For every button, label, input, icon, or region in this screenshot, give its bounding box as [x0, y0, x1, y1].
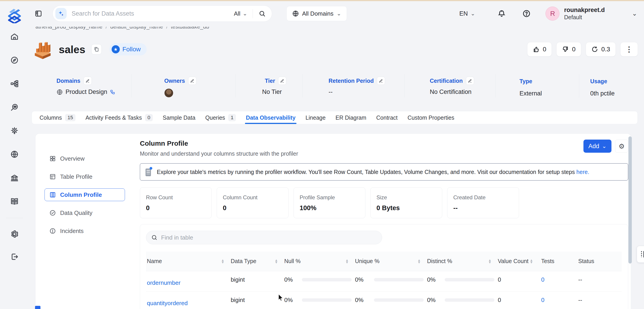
- side-panel-toggle[interactable]: [637, 246, 644, 263]
- nav-item-incidents[interactable]: Incidents: [44, 225, 125, 237]
- sort-icon[interactable]: ▲▼: [488, 259, 492, 263]
- nav-item-data-quality[interactable]: Data Quality: [44, 206, 125, 219]
- col-header-tests: Tests: [541, 258, 554, 264]
- upvote-button[interactable]: 0: [527, 42, 552, 57]
- nav-item-table-profile[interactable]: Table Profile: [44, 170, 125, 183]
- profiler-info-banner: Explore your table's metrics by running …: [140, 163, 628, 180]
- meta-type: Type External: [496, 74, 579, 98]
- more-options-kebab[interactable]: ⋮: [620, 42, 638, 57]
- global-search-bar[interactable]: All ⌄: [52, 6, 272, 22]
- column-link[interactable]: ordernumber: [147, 279, 180, 286]
- chevron-down-icon[interactable]: ⌄: [632, 11, 637, 17]
- user-menu[interactable]: rounakpreet.d Default: [564, 6, 605, 21]
- all-domains-label: All Domains: [302, 10, 334, 17]
- all-domains-filter[interactable]: All Domains ⌄: [286, 6, 347, 21]
- status-value: --: [578, 276, 582, 283]
- lineage-flow-icon[interactable]: [10, 79, 19, 88]
- edit-tier-icon[interactable]: [278, 77, 286, 85]
- edit-retention-icon[interactable]: [377, 77, 385, 85]
- column-link[interactable]: quantityordered: [147, 300, 188, 306]
- explore-compass-icon[interactable]: [10, 56, 19, 65]
- column-profile-main: Column Profile Monitor and understand yo…: [140, 134, 628, 309]
- notifications-bell-icon[interactable]: [497, 9, 506, 19]
- find-in-table-input[interactable]: [161, 234, 377, 241]
- entity-tabs: Columns15 Activity Feeds & Tasks0 Sample…: [32, 111, 638, 124]
- sort-icon[interactable]: ▲▼: [345, 259, 349, 263]
- nav-item-column-profile[interactable]: Column Profile: [44, 188, 125, 201]
- status-value: --: [578, 296, 582, 303]
- edit-owners-icon[interactable]: [188, 77, 196, 85]
- stat-card-created-date: Created Date --: [447, 187, 519, 218]
- certification-value: No Certification: [430, 89, 472, 96]
- sort-icon[interactable]: ▲▼: [274, 259, 278, 263]
- entity-header: sales ★ Follow 0 0 0.3 ⋮: [32, 38, 638, 61]
- downvote-button[interactable]: 0: [556, 42, 581, 57]
- left-rail: [0, 1, 29, 309]
- col-header-null: Null %: [284, 258, 300, 264]
- tests-link[interactable]: 0: [540, 276, 544, 283]
- sort-icon[interactable]: ▲▼: [221, 259, 224, 263]
- insights-bulb-icon[interactable]: [10, 126, 19, 135]
- find-in-table[interactable]: [146, 231, 382, 244]
- entity-metadata: Domains Product Design Owners Tier No Ti…: [36, 74, 644, 98]
- breadcrumb-service[interactable]: athena_prod_display_name: [36, 27, 102, 30]
- search-icon[interactable]: [258, 10, 266, 18]
- app-logo-icon[interactable]: [7, 7, 22, 23]
- sort-icon[interactable]: ▲▼: [530, 259, 533, 263]
- banner-here-link[interactable]: here.: [576, 169, 589, 175]
- domains-label: Domains: [56, 78, 80, 84]
- search-scope-dropdown[interactable]: All ⌄: [234, 10, 247, 17]
- avatar-initial: R: [550, 10, 555, 18]
- tab-data-observability[interactable]: Data Observability: [241, 111, 300, 124]
- home-icon[interactable]: [10, 32, 19, 41]
- govern-bank-icon[interactable]: [10, 173, 19, 182]
- version-button[interactable]: 0.3: [586, 42, 616, 57]
- sidebar-toggle-icon[interactable]: [34, 9, 43, 18]
- user-avatar[interactable]: R: [546, 7, 560, 21]
- add-button[interactable]: Add ⌄: [584, 140, 612, 153]
- subdomain-icon: [110, 90, 115, 95]
- edit-certification-icon[interactable]: [466, 77, 474, 85]
- edit-domains-icon[interactable]: [84, 77, 92, 85]
- tier-value: No Tier: [262, 89, 282, 96]
- nav-item-overview[interactable]: Overview: [44, 152, 125, 165]
- tab-columns[interactable]: Columns15: [34, 111, 80, 124]
- tab-custom-properties[interactable]: Custom Properties: [403, 111, 460, 124]
- section-subtitle: Monitor and understand your columns stru…: [140, 150, 298, 157]
- meta-domains: Domains Product Design: [36, 74, 131, 98]
- domains-globe-icon[interactable]: [10, 150, 19, 159]
- nav-label: Overview: [60, 155, 84, 162]
- type-label: Type: [520, 78, 532, 85]
- observability-panel: Overview Table Profile Column Profile Da…: [35, 133, 631, 309]
- tab-er-diagram[interactable]: ER Diagram: [330, 111, 371, 124]
- owner-avatar[interactable]: [164, 89, 173, 98]
- domains-value[interactable]: Product Design: [66, 89, 107, 96]
- sort-icon[interactable]: ▲▼: [417, 259, 421, 263]
- breadcrumb-schema[interactable]: testdatalake_db: [171, 27, 209, 30]
- distinct-pct: 0%: [427, 296, 436, 303]
- breadcrumb-database[interactable]: default_display_name: [110, 27, 163, 30]
- stat-card-profile-sample: Profile Sample 100%: [294, 187, 366, 218]
- glossary-book-icon[interactable]: [10, 197, 19, 206]
- copy-name-button[interactable]: [91, 44, 102, 55]
- tab-sample-data[interactable]: Sample Data: [158, 111, 200, 124]
- settings-gear-icon[interactable]: [10, 230, 19, 238]
- tab-contract[interactable]: Contract: [371, 111, 402, 124]
- logout-icon[interactable]: [10, 252, 19, 261]
- follow-button[interactable]: ★ Follow: [109, 43, 147, 56]
- tests-link[interactable]: 0: [540, 296, 544, 303]
- rail-divider: [6, 218, 23, 218]
- content-scrollbar[interactable]: [628, 136, 632, 263]
- search-input[interactable]: [72, 10, 234, 17]
- stat-card-size: Size 0 Bytes: [370, 187, 442, 218]
- language-selector[interactable]: EN ⌄: [460, 10, 475, 17]
- tab-activity-feeds[interactable]: Activity Feeds & Tasks0: [80, 111, 158, 124]
- chevron-down-icon: ⌄: [243, 11, 247, 16]
- profiler-settings-gear-icon[interactable]: ⚙: [615, 140, 628, 153]
- tab-lineage[interactable]: Lineage: [300, 111, 330, 124]
- ai-sparkle-icon[interactable]: [55, 8, 67, 19]
- help-icon[interactable]: [522, 9, 532, 19]
- stat-card-row-count: Row Count 0: [140, 187, 212, 218]
- observability-icon[interactable]: [10, 103, 19, 112]
- tab-queries[interactable]: Queries1: [200, 111, 241, 124]
